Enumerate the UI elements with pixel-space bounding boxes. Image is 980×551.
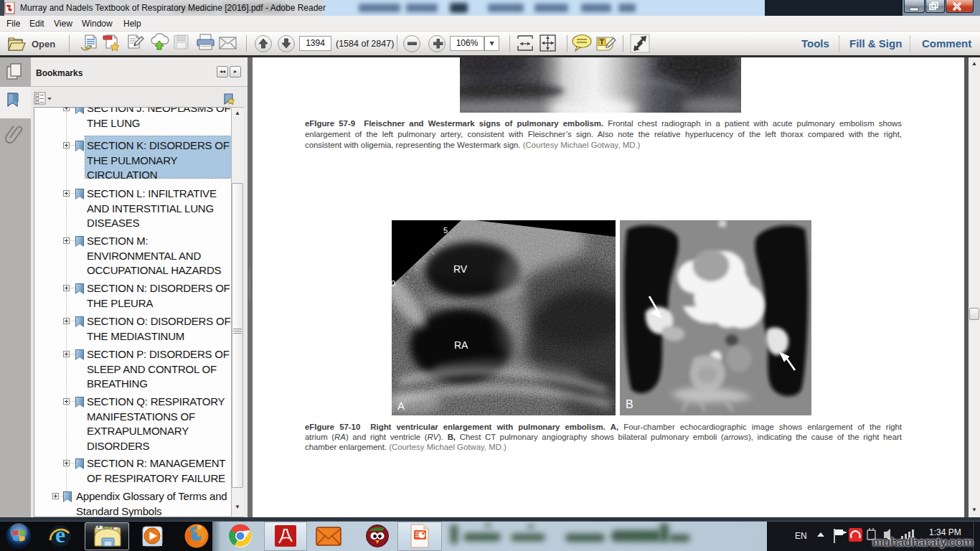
svg-text:EN: EN bbox=[795, 531, 807, 541]
svg-text:RA: RA bbox=[454, 339, 468, 351]
svg-text:0: 0 bbox=[392, 279, 395, 288]
svg-text:B: B bbox=[626, 398, 633, 410]
svg-text:A: A bbox=[397, 400, 405, 412]
svg-text:5: 5 bbox=[443, 226, 448, 235]
svg-text:e: e bbox=[55, 522, 65, 547]
svg-text:RV: RV bbox=[453, 263, 468, 275]
